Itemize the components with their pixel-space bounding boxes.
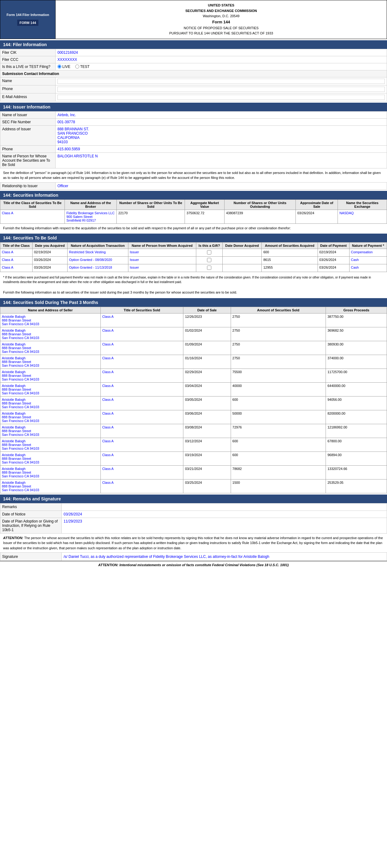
remarks-value-cell — [62, 503, 387, 510]
past-sale-row: Aristotle Balogh888 Brannan StreetSan Fr… — [0, 424, 387, 438]
signature-label: Signature — [0, 553, 62, 561]
gift-checkbox[interactable] — [207, 258, 211, 262]
past-proceeds: 11725700.00 — [326, 369, 387, 382]
past-seller: Aristotle Balogh888 Brannan StreetSan Fr… — [0, 355, 101, 369]
sold-header-row: Title of the Class Date you Acquired Nat… — [0, 243, 387, 249]
col-class: Title of the Class of Securities To Be S… — [0, 199, 65, 210]
phone-input[interactable] — [58, 87, 385, 92]
issuer-info-table: Name of Issuer Airbnb, Inc. SEC File Num… — [0, 111, 387, 168]
live-test-options: LIVE TEST — [56, 63, 387, 70]
past-seller: Aristotle Balogh888 Brannan StreetSan Fr… — [0, 452, 101, 465]
sold-payment-nature: Cash — [349, 257, 387, 264]
past-amount: 2750 — [231, 341, 326, 355]
sec-row-exchange: NASDAQ — [338, 210, 387, 223]
col-exchange: Name the Securities Exchange — [338, 199, 387, 210]
header: Form 144 Filer Information FORM 144 UNIT… — [0, 0, 387, 39]
filer-cik-row: Filer CIK 0001216924 — [0, 49, 387, 56]
remarks-table: Remarks Date of Notice 03/26/2024 Date o… — [0, 503, 387, 534]
sec-file-label: SEC File Number — [0, 118, 56, 125]
remarks-label: Remarks — [0, 503, 62, 510]
sold-row: Class A 03/26/2024 Option Granted - 08/0… — [0, 257, 387, 264]
name-label: Name — [0, 77, 56, 85]
past-date: 03/25/2024 — [183, 479, 231, 493]
past-amount: 72976 — [231, 424, 326, 438]
securities-info-header: 144: Securities Information — [0, 191, 387, 199]
gift-checkbox[interactable] — [207, 250, 211, 254]
past-sale-row: Aristotle Balogh888 Brannan StreetSan Fr… — [0, 369, 387, 382]
col-shares: Number of Shares or Other Units To Be So… — [117, 199, 185, 210]
sold-nature: Option Granted - 08/08/2020 — [67, 257, 128, 264]
live-option[interactable]: LIVE — [58, 65, 70, 69]
past-proceeds: 67800.00 — [326, 438, 387, 452]
col-donor-acquired: Date Donor Acquired — [222, 243, 262, 249]
past-proceeds: 96894.00 — [326, 452, 387, 465]
past-amount: 600 — [231, 396, 326, 410]
phone-row: Phone — [0, 85, 387, 93]
issuer-phone-label: Phone — [0, 145, 56, 152]
name-input[interactable] — [58, 79, 385, 84]
past-proceeds: 12186992.00 — [326, 424, 387, 438]
gift-checkbox[interactable] — [207, 266, 211, 270]
filer-info-table: Filer CIK 0001216924 Filer CCC XXXXXXXX … — [0, 49, 387, 101]
live-radio[interactable] — [58, 65, 61, 68]
header-form-number: FORM 144 — [17, 20, 39, 26]
test-option[interactable]: TEST — [75, 65, 90, 69]
sec-file-value: 001-39778 — [56, 118, 387, 125]
past-date: 03/19/2024 — [183, 452, 231, 465]
past-sale-row: Aristotle Balogh888 Brannan StreetSan Fr… — [0, 479, 387, 493]
past-title: Class A — [100, 382, 183, 396]
past-sale-row: Aristotle Balogh888 Brannan StreetSan Fr… — [0, 396, 387, 410]
past-title: Class A — [100, 410, 183, 424]
past-date: 03/08/2024 — [183, 424, 231, 438]
header-notice-line2: PURSUANT TO RULE 144 UNDER THE SECURITIE… — [57, 31, 385, 36]
person-row: Name of Person for Whose Account the Sec… — [0, 152, 387, 168]
past-title: Class A — [100, 479, 183, 493]
sold-is-gift — [196, 257, 222, 264]
past-amount: 600 — [231, 452, 326, 465]
phone-value-cell — [56, 85, 387, 93]
past-seller: Aristotle Balogh888 Brannan StreetSan Fr… — [0, 382, 101, 396]
past-sale-row: Aristotle Balogh888 Brannan StreetSan Fr… — [0, 452, 387, 465]
attention-section: ATTENTION: The person for whose account … — [0, 534, 387, 553]
past-title: Class A — [100, 424, 183, 438]
issuer-name-value: Airbnb, Inc. — [56, 111, 387, 118]
sold-is-gift — [196, 264, 222, 272]
sec-row-date: 03/26/2024 — [295, 210, 337, 223]
filer-ccc-label: Filer CCC — [0, 56, 56, 63]
remarks-input[interactable] — [64, 505, 385, 509]
sold-date-acquired: 02/19/2024 — [32, 249, 67, 257]
past-proceeds: 380930.00 — [326, 341, 387, 355]
col-nature: Nature of Acquisition Transaction — [67, 243, 128, 249]
furnish-text-2: Furnish the following information as to … — [0, 288, 387, 297]
email-input[interactable] — [58, 95, 385, 100]
past-title: Class A — [100, 355, 183, 369]
sold-payment-nature: Cash — [349, 264, 387, 272]
past-date: 03/06/2024 — [183, 410, 231, 424]
issuer-info-text: See the definition of "person" in paragr… — [0, 168, 387, 182]
person-value: BALOGH ARISTOTLE N — [56, 152, 387, 168]
col-gross-proceeds: Gross Proceeds — [326, 307, 387, 313]
sold-is-gift — [196, 249, 222, 257]
attention-body: The person for whose account the securit… — [3, 536, 383, 550]
past-title: Class A — [100, 313, 183, 327]
name-value-cell — [56, 77, 387, 85]
past-proceeds: 387750.00 — [326, 313, 387, 327]
header-left: Form 144 Filer Information FORM 144 — [0, 0, 56, 39]
live-test-label: Is this a LIVE or TEST Filing? — [0, 63, 56, 70]
email-value-cell — [56, 93, 387, 101]
past-amount: 40000 — [231, 382, 326, 396]
sold-nature: Option Granted - 11/13/2018 — [67, 264, 128, 272]
past-date: 01/09/2024 — [183, 341, 231, 355]
past-title: Class A — [100, 396, 183, 410]
past-amount: 78682 — [231, 465, 326, 479]
sold-amount: 8615 — [262, 257, 318, 264]
securities-sold-header: 144: Securities To Be Sold — [0, 234, 387, 242]
header-agency-line2: SECURITIES AND EXCHANGE COMMISSION — [57, 8, 385, 14]
past-proceeds: 13320724.66 — [326, 465, 387, 479]
past-date: 03/12/2024 — [183, 438, 231, 452]
test-radio[interactable] — [75, 65, 79, 68]
past-title: Class A — [100, 327, 183, 341]
securities-info-header-row: Title of the Class of Securities To Be S… — [0, 199, 387, 210]
past-date: 01/02/2024 — [183, 327, 231, 341]
submission-contact-header-row: Submission Contact Information — [0, 70, 387, 77]
